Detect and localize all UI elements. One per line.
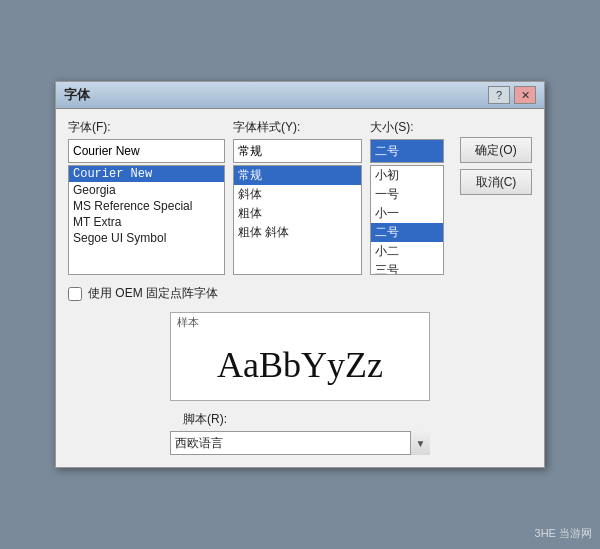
style-input[interactable] xyxy=(233,139,362,163)
dialog-title: 字体 xyxy=(64,86,90,104)
list-item[interactable]: MS Reference Special xyxy=(69,198,224,214)
style-label: 字体样式(Y): xyxy=(233,119,362,136)
preview-content: AaBbYyZz xyxy=(171,330,429,400)
preview-section: 样本 AaBbYyZz xyxy=(68,312,532,401)
list-item[interactable]: 小二 xyxy=(371,242,443,261)
style-field-group: 字体样式(Y): 常规 斜体 粗体 粗体 斜体 xyxy=(233,119,362,275)
script-select[interactable]: 西欧语言 中文 日文 韩文 xyxy=(170,431,430,455)
watermark: 3HE 当游网 xyxy=(535,526,592,541)
font-input[interactable] xyxy=(68,139,225,163)
checkbox-row: 使用 OEM 固定点阵字体 xyxy=(68,285,532,302)
style-list[interactable]: 常规 斜体 粗体 粗体 斜体 xyxy=(233,165,362,275)
cancel-button[interactable]: 取消(C) xyxy=(460,169,532,195)
font-field-group: 字体(F): Courier New Georgia MS Reference … xyxy=(68,119,225,275)
size-input[interactable] xyxy=(370,139,444,163)
list-item[interactable]: 粗体 xyxy=(234,204,361,223)
list-item[interactable]: 小初 xyxy=(371,166,443,185)
list-item[interactable]: 粗体 斜体 xyxy=(234,223,361,242)
font-list[interactable]: Courier New Georgia MS Reference Special… xyxy=(68,165,225,275)
title-bar-buttons: ? ✕ xyxy=(488,86,536,104)
font-label: 字体(F): xyxy=(68,119,225,136)
list-item[interactable]: 二号 xyxy=(371,223,443,242)
size-label: 大小(S): xyxy=(370,119,444,136)
list-item[interactable]: 常规 xyxy=(234,166,361,185)
list-item[interactable]: 三号 xyxy=(371,261,443,275)
list-item[interactable]: 一号 xyxy=(371,185,443,204)
script-section: 脚本(R): 西欧语言 中文 日文 韩文 ▼ xyxy=(68,411,532,455)
list-item[interactable]: Segoe UI Symbol xyxy=(69,230,224,246)
top-section: 字体(F): Courier New Georgia MS Reference … xyxy=(68,119,532,275)
action-buttons: 确定(O) 取消(C) xyxy=(460,137,532,195)
oem-checkbox[interactable] xyxy=(68,287,82,301)
oem-label: 使用 OEM 固定点阵字体 xyxy=(88,285,218,302)
close-button[interactable]: ✕ xyxy=(514,86,536,104)
size-list[interactable]: 小初 一号 小一 二号 小二 三号 小三 xyxy=(370,165,444,275)
title-bar: 字体 ? ✕ xyxy=(56,82,544,109)
list-item[interactable]: MT Extra xyxy=(69,214,224,230)
list-item[interactable]: 小一 xyxy=(371,204,443,223)
script-select-wrapper: 西欧语言 中文 日文 韩文 ▼ xyxy=(170,431,430,455)
preview-label: 样本 xyxy=(171,313,429,330)
help-button[interactable]: ? xyxy=(488,86,510,104)
script-label: 脚本(R): xyxy=(183,411,227,428)
list-item[interactable]: 斜体 xyxy=(234,185,361,204)
list-item[interactable]: Courier New xyxy=(69,166,224,182)
size-field-group: 大小(S): 小初 一号 小一 二号 小二 三号 小三 xyxy=(370,119,444,275)
preview-box: 样本 AaBbYyZz xyxy=(170,312,430,401)
ok-button[interactable]: 确定(O) xyxy=(460,137,532,163)
dialog-body: 字体(F): Courier New Georgia MS Reference … xyxy=(56,109,544,467)
font-dialog: 字体 ? ✕ 字体(F): Courier New Georgia MS Ref… xyxy=(55,81,545,468)
list-item[interactable]: Georgia xyxy=(69,182,224,198)
